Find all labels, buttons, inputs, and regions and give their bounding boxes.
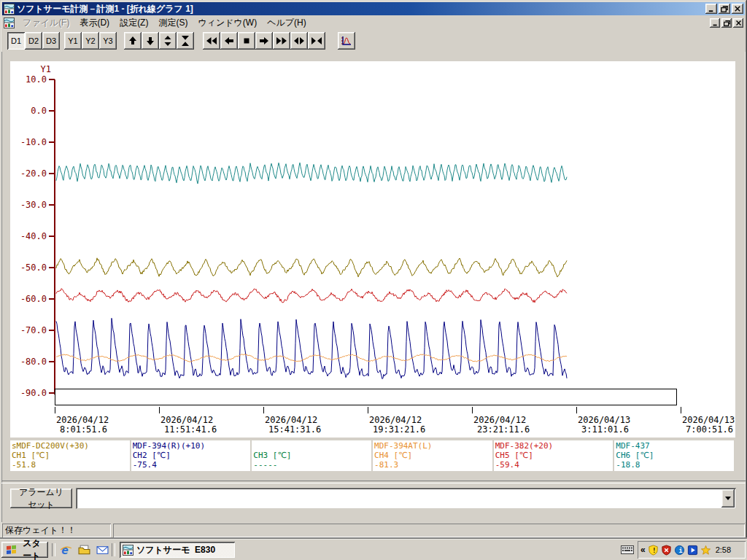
restore-button[interactable] (721, 18, 732, 28)
svg-text:-30.0: -30.0 (20, 200, 47, 210)
trace-ch2 (56, 318, 567, 378)
legend-cell-ch6: MDF-437CH6 [℃]-18.8 (614, 440, 734, 471)
toolbar-button-d1[interactable]: D1 (7, 32, 25, 50)
start-button[interactable]: スタート (1, 542, 48, 558)
app-icon[interactable] (4, 4, 15, 15)
line-chart: Y110.00.0-10.0-20.0-30.0-40.0-50.0-60.0-… (10, 61, 735, 438)
toolbar-button-up-arrow[interactable] (124, 32, 142, 50)
alarm-reset-button[interactable]: アラームリセット (10, 489, 72, 508)
window-title: ソフトサーモ計測－計測1 - [折れ線グラフ 1] (17, 3, 193, 15)
chevron-down-icon (725, 497, 731, 500)
legend-name (253, 441, 371, 451)
menu-bar: ファイル(F)表示(D)設定(Z)測定(S)ウィンドウ(W)ヘルプ(H) (2, 16, 745, 29)
svg-text:3:11:01.6: 3:11:01.6 (581, 424, 629, 435)
legend-value: -81.3 (374, 460, 492, 470)
status-bar: 保存ウェイト！！ (1, 522, 746, 538)
menu-h[interactable]: ヘルプ(H) (262, 16, 311, 30)
toolbar-group (124, 32, 194, 50)
svg-text:8:01:51.6: 8:01:51.6 (60, 424, 107, 435)
menu-z[interactable]: 設定(Z) (115, 16, 153, 30)
info-balloon-icon[interactable]: i (674, 545, 685, 556)
svg-text:e: e (61, 544, 69, 556)
toolbar-button-right-arrow[interactable] (255, 32, 273, 50)
taskbar-app-button[interactable]: ソフトサーモ E830 (120, 542, 235, 558)
mdi-child-controls (710, 18, 745, 28)
trace-ch6 (56, 163, 567, 184)
svg-text:0.0: 0.0 (31, 106, 47, 116)
keyboard-indicator-icon[interactable] (620, 544, 635, 555)
svg-text:2026/04/12: 2026/04/12 (56, 415, 109, 425)
start-label: スタート (20, 537, 44, 560)
app-icon (123, 545, 133, 556)
minimize-button[interactable] (710, 18, 720, 28)
title-bar[interactable]: ソフトサーモ計測－計測1 - [折れ線グラフ 1] (2, 2, 745, 15)
security-alert-shield-icon[interactable]: ! (648, 545, 659, 556)
taskbar-separator (52, 543, 55, 556)
menu-f[interactable]: ファイル(F) (18, 16, 74, 30)
toolbar-button-d3[interactable]: D3 (42, 32, 60, 50)
app-window: ソフトサーモ計測－計測1 - [折れ線グラフ 1] ファイル(F)表示(D)設定… (0, 0, 747, 540)
menu-w[interactable]: ウィンドウ(W) (193, 16, 262, 30)
tray-chevron[interactable]: « (640, 545, 646, 555)
legend-cell-ch5: MDF-382(+20)CH5 [℃]-59.4 (494, 440, 614, 471)
ie-icon[interactable]: e (59, 543, 72, 556)
taskbar-separator (112, 543, 115, 556)
toolbar-button-y2[interactable]: Y2 (82, 32, 99, 50)
toolbar-button-down-arrow[interactable] (142, 32, 159, 50)
legend-channel: CH4 [℃] (374, 451, 492, 460)
menu-d[interactable]: 表示(D) (74, 16, 115, 30)
svg-text:2026/04/12: 2026/04/12 (473, 415, 526, 425)
combobox-dropdown-button[interactable] (721, 489, 735, 508)
system-tray: « !i 2:58 (638, 541, 746, 559)
legend-cell-ch3: CH3 [℃]----- (252, 440, 371, 471)
toolbar-button-y3[interactable]: Y3 (99, 32, 117, 50)
svg-text:2026/04/12: 2026/04/12 (369, 415, 422, 425)
taskbar: スタート e ソフトサーモ E830 « !i 2:58 (0, 539, 747, 560)
trace-ch5 (56, 289, 567, 303)
outlook-icon[interactable] (96, 543, 109, 556)
toolbar-button-expand-vertical[interactable] (159, 32, 177, 50)
toolbar-button-collapse-horizontal[interactable] (308, 32, 325, 50)
favorites-star-icon[interactable] (700, 545, 711, 556)
svg-text:10.0: 10.0 (26, 74, 47, 85)
toolbar-button-collapse-vertical[interactable] (177, 32, 194, 50)
toolbar-button-expand-horizontal[interactable] (290, 32, 308, 50)
mdi-child-icon[interactable] (4, 18, 15, 28)
toolbar-button-d2[interactable]: D2 (25, 32, 42, 50)
legend-name: sMDF-DC200V(+30) (12, 441, 130, 451)
tray-icons: !i (648, 545, 711, 556)
minimize-button[interactable] (705, 4, 717, 14)
close-button[interactable] (733, 18, 743, 28)
legend-name: MDF-394AT(L) (374, 441, 492, 451)
svg-text:23:21:11.6: 23:21:11.6 (477, 424, 530, 435)
toolbar-button-double-right[interactable] (273, 32, 290, 50)
alarm-combobox[interactable] (76, 488, 736, 509)
legend-value: -75.4 (133, 460, 251, 470)
separator (1, 481, 746, 483)
status-message-panel: 保存ウェイト！！ (2, 524, 111, 537)
taskbar-app-label: ソフトサーモ E830 (136, 544, 215, 556)
toolbar-button-stop[interactable] (238, 32, 255, 50)
svg-text:-40.0: -40.0 (20, 231, 47, 241)
toolbar-button-left-arrow[interactable] (220, 32, 238, 50)
restore-button[interactable] (719, 4, 730, 14)
svg-text:19:31:21.6: 19:31:21.6 (373, 424, 425, 435)
antivirus-shield-icon[interactable] (661, 545, 672, 556)
toolbar-button-double-left[interactable] (203, 32, 220, 50)
close-button[interactable] (732, 4, 743, 14)
toolbar-group (338, 32, 355, 50)
svg-text:-70.0: -70.0 (20, 325, 47, 335)
toolbar-button-graph-chart[interactable] (338, 32, 355, 50)
menu-s[interactable]: 測定(S) (153, 16, 193, 30)
svg-text:2026/04/13: 2026/04/13 (682, 415, 735, 425)
legend-channel: CH1 [℃] (12, 451, 130, 460)
toolbar-button-y1[interactable]: Y1 (64, 32, 82, 50)
media-play-icon[interactable] (687, 545, 698, 556)
show-desktop-icon[interactable] (77, 543, 90, 556)
graph-panel: Y110.00.0-10.0-20.0-30.0-40.0-50.0-60.0-… (10, 61, 735, 472)
svg-text:2026/04/13: 2026/04/13 (578, 415, 630, 425)
toolbar-group (203, 32, 325, 50)
toolbar-group: Y1Y2Y3 (64, 32, 117, 50)
svg-text:15:41:31.6: 15:41:31.6 (268, 424, 321, 435)
svg-text:-90.0: -90.0 (20, 388, 47, 398)
